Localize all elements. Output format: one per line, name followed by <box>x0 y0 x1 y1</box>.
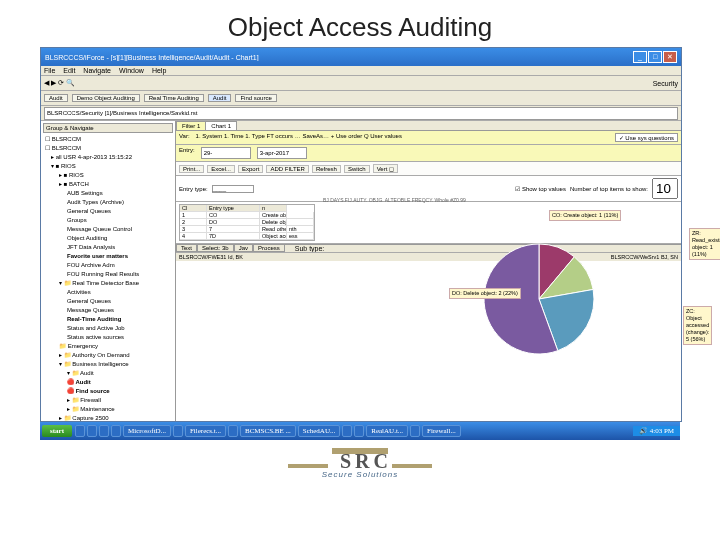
minimize-button[interactable]: _ <box>633 51 647 63</box>
bottom-tab[interactable]: Select: 3b <box>197 245 234 252</box>
table-row[interactable]: 1COCreate obj <box>180 212 314 219</box>
ribbon-button[interactable]: Print... <box>179 165 204 173</box>
taskbar-item[interactable]: Filerecs.t... <box>185 425 226 437</box>
tree-item[interactable]: AUB Settings <box>43 189 173 198</box>
taskbar-item[interactable] <box>75 425 85 437</box>
taskbar-item[interactable] <box>99 425 109 437</box>
query-options[interactable]: 1. System 1. Time 1. Type FT occurs … Sa… <box>196 133 609 142</box>
date-to-input[interactable] <box>257 147 307 159</box>
ribbon-button[interactable]: Export <box>238 165 263 173</box>
tree-item[interactable]: ▸ 📁 Authority On Demand <box>43 351 173 360</box>
menu-navigate[interactable]: Navigate <box>83 67 111 74</box>
tree-item[interactable]: ▾ ■ RIOS <box>43 162 173 171</box>
taskbar-item[interactable]: SchedAU... <box>298 425 340 437</box>
tree-item[interactable]: JFT Data Analysis <box>43 243 173 252</box>
ribbon-button[interactable]: Switch <box>344 165 370 173</box>
tree-item[interactable]: ▸ ■ RIOS <box>43 171 173 180</box>
table-row[interactable]: 2DODelete obj <box>180 219 314 226</box>
tree-item[interactable]: 🔴 Find source <box>43 387 173 396</box>
path-field[interactable] <box>44 107 678 120</box>
taskbar-item[interactable] <box>111 425 121 437</box>
ribbon-button[interactable]: Refresh <box>312 165 341 173</box>
tree-item[interactable]: Message Queue Control <box>43 225 173 234</box>
subtype-label: Sub type: <box>295 245 325 252</box>
tree-item[interactable]: ▸ ■ BATCH <box>43 180 173 189</box>
tree-item[interactable]: ☐ BLSRCCM <box>43 144 173 153</box>
tree-item[interactable]: FOU Running Real Results <box>43 270 173 279</box>
window-titlebar[interactable]: BLSRCCCS/iForce - [s][1][Business Intell… <box>41 48 681 66</box>
tree-item[interactable]: Status active sources <box>43 333 173 342</box>
bottom-tab[interactable]: Jav <box>234 245 253 252</box>
tree-item[interactable]: General Queues <box>43 207 173 216</box>
menu-edit[interactable]: Edit <box>63 67 75 74</box>
document-tab[interactable]: Find source <box>235 94 276 102</box>
entry-type-box[interactable]: ____ <box>212 185 254 193</box>
tree-list[interactable]: ☐ BLSRCCM☐ BLSRCCM▸ all USR 4-apr-2013 1… <box>43 135 173 421</box>
taskbar-item[interactable]: MicrosoftD... <box>123 425 171 437</box>
tree-item[interactable]: Object Auditing <box>43 234 173 243</box>
tree-item[interactable]: Status and Active Job <box>43 324 173 333</box>
taskbar-item[interactable] <box>410 425 420 437</box>
tree-item[interactable]: Audit Types (Archive) <box>43 198 173 207</box>
menu-help[interactable]: Help <box>152 67 166 74</box>
table-row[interactable]: 37Read othernth <box>180 226 314 233</box>
use-sys-btn[interactable]: ✓ Use sys questions <box>615 133 678 142</box>
taskbar-item[interactable]: BCMSCS.BE ... <box>240 425 296 437</box>
query-params-row: Var: 1. System 1. Time 1. Type FT occurs… <box>176 131 681 145</box>
maximize-button[interactable]: □ <box>648 51 662 63</box>
tree-item[interactable]: General Queues <box>43 297 173 306</box>
taskbar-item[interactable] <box>354 425 364 437</box>
taskbar-item[interactable] <box>87 425 97 437</box>
date-range-row: Entry: <box>176 145 681 162</box>
entry-type-label: Entry type: <box>179 186 208 192</box>
start-button[interactable]: start <box>42 425 72 437</box>
document-tab[interactable]: Demo Object Auditing <box>72 94 140 102</box>
taskbar-item[interactable] <box>342 425 352 437</box>
tree-item[interactable]: Activities <box>43 288 173 297</box>
ribbon-button[interactable]: ADD FILTER <box>266 165 309 173</box>
tree-item[interactable]: Real-Time Auditing <box>43 315 173 324</box>
data-grid[interactable]: ClEntry typen1COCreate obj2DODelete obj3… <box>179 204 315 241</box>
system-tray[interactable]: 🔊 4:03 PM <box>633 426 680 436</box>
action-ribbon: Print...Excel...ExportADD FILTERRefreshS… <box>176 162 681 176</box>
tree-item[interactable]: ▸ 📁 Firewall <box>43 396 173 405</box>
tree-item[interactable]: ▾ 📁 Business Intelligence <box>43 360 173 369</box>
tree-item[interactable]: ☐ BLSRCCM <box>43 135 173 144</box>
tree-item[interactable]: Groups <box>43 216 173 225</box>
inner-tab[interactable]: Filter 1 <box>176 121 206 130</box>
menu-file[interactable]: File <box>44 67 55 74</box>
menu-window[interactable]: Window <box>119 67 144 74</box>
tree-item[interactable]: ▸ 📁 Maintenance <box>43 405 173 414</box>
bottom-tab[interactable]: Process <box>253 245 285 252</box>
document-tab[interactable]: Audit <box>44 94 68 102</box>
nav-buttons[interactable]: ◀ ▶ ⟳ 🔍 <box>44 79 75 87</box>
tree-item[interactable]: Message Queues <box>43 306 173 315</box>
document-tab[interactable]: Real Time Auditing <box>144 94 204 102</box>
tree-item[interactable]: FOU Archive Adm <box>43 261 173 270</box>
entry-label: Entry: <box>179 147 195 159</box>
pie-chart <box>459 234 619 364</box>
taskbar-item[interactable] <box>173 425 183 437</box>
ribbon-button[interactable]: Excel... <box>207 165 235 173</box>
taskbar-item[interactable]: Firewall... <box>422 425 461 437</box>
ribbon-button[interactable]: Vert ◻ <box>373 164 398 173</box>
show-top-checkbox[interactable]: ☑ Show top values <box>515 185 566 192</box>
document-tab[interactable]: Audit <box>208 94 232 102</box>
tree-item[interactable]: ▸ 📁 Capture 2500 <box>43 414 173 421</box>
num-top-input[interactable] <box>652 178 678 199</box>
tree-item[interactable]: 🔴 Audit <box>43 378 173 387</box>
slide-title: Object Access Auditing <box>0 12 720 43</box>
tree-item[interactable]: 📁 Emergency <box>43 342 173 351</box>
bottom-tab[interactable]: Text <box>176 245 197 252</box>
taskbar-item[interactable] <box>228 425 238 437</box>
table-row[interactable]: 47DObject access <box>180 233 314 240</box>
tree-item[interactable]: Favorite user matters <box>43 252 173 261</box>
inner-tab[interactable]: Chart 1 <box>205 121 237 130</box>
tree-item[interactable]: ▾ 📁 Audit <box>43 369 173 378</box>
date-from-input[interactable] <box>201 147 251 159</box>
chart-callout: DO: Delete object: 2 (22%) <box>449 288 521 299</box>
tree-item[interactable]: ▾ 📁 Real Time Detector Base <box>43 279 173 288</box>
close-button[interactable]: ✕ <box>663 51 677 63</box>
taskbar-item[interactable]: RealAU.t... <box>366 425 408 437</box>
tree-item[interactable]: ▸ all USR 4-apr-2013 15:15:22 <box>43 153 173 162</box>
